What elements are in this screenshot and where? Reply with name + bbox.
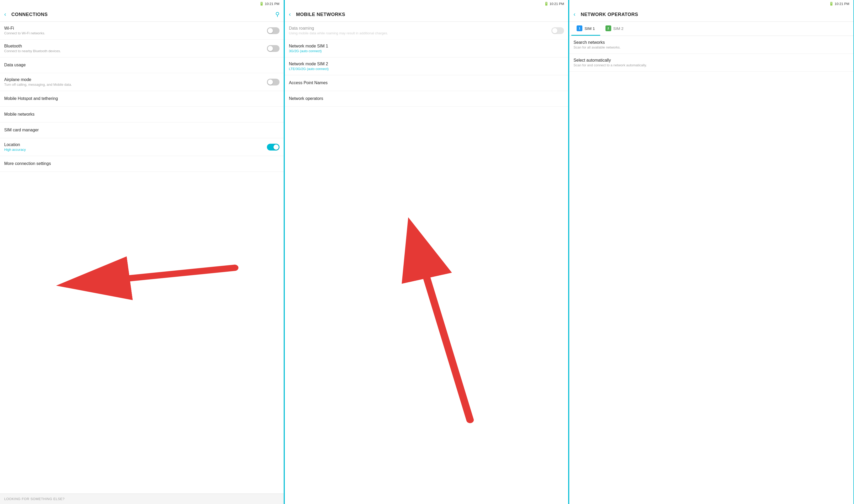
time-3: 10:21 PM [835, 2, 849, 6]
network-operators-title: Network operators [289, 96, 564, 101]
data-roaming-thumb [552, 28, 557, 33]
panel-mobile-networks: 🔋 10:21 PM ‹ MOBILE NETWORKS Data roamin… [285, 0, 570, 504]
network-mode-sim1-item[interactable]: Network mode SIM 1 3G/2G (auto connect) [285, 40, 569, 57]
network-operators-list: Search networks Scan for all available n… [569, 36, 853, 504]
location-toggle-thumb [274, 144, 279, 150]
airplane-toggle-thumb [268, 79, 273, 85]
back-button-3[interactable]: ‹ [571, 10, 577, 19]
sim-manager-content: SIM card manager [4, 128, 279, 133]
location-title: Location [4, 142, 267, 147]
data-usage-content: Data usage [4, 63, 279, 68]
network-operators-item[interactable]: Network operators [285, 91, 569, 107]
network-mode-sim1-content: Network mode SIM 1 3G/2G (auto connect) [289, 44, 564, 53]
bluetooth-toggle[interactable] [267, 45, 279, 52]
network-mode-sim2-subtitle: LTE/3G/2G (auto connect) [289, 67, 564, 71]
status-bar-3: 🔋 10:21 PM [569, 0, 853, 7]
search-networks-subtitle: Scan for all available networks. [573, 46, 849, 49]
mobile-networks-list: Data roaming Using mobile data while roa… [285, 22, 569, 504]
location-toggle[interactable] [267, 144, 279, 150]
mobile-networks-title: Mobile networks [4, 112, 279, 117]
search-networks-content: Search networks Scan for all available n… [573, 40, 849, 49]
network-mode-sim1-title: Network mode SIM 1 [289, 44, 564, 49]
access-point-names-item[interactable]: Access Point Names [285, 75, 569, 91]
battery-icon-1: 🔋 [259, 2, 264, 6]
back-button-2[interactable]: ‹ [287, 10, 293, 19]
tab-sim2-label: SIM 2 [613, 26, 624, 31]
network-operators-panel: 🔋 10:21 PM ‹ NETWORK OPERATORS 1 SIM 1 2… [569, 0, 853, 504]
search-networks-title: Search networks [573, 40, 849, 45]
airplane-mode-content: Airplane mode Turn off calling, messagin… [4, 77, 267, 87]
more-connection-item[interactable]: More connection settings [0, 156, 284, 172]
status-bar-2: 🔋 10:21 PM [285, 0, 569, 7]
network-mode-sim2-content: Network mode SIM 2 LTE/3G/2G (auto conne… [289, 61, 564, 71]
data-usage-item[interactable]: Data usage [0, 57, 284, 73]
connections-panel: 🔋 10:21 PM ‹ CONNECTIONS ⚲ Wi-Fi Connect… [0, 0, 284, 504]
bluetooth-content: Bluetooth Connect to nearby Bluetooth de… [4, 44, 267, 53]
more-connection-title: More connection settings [4, 161, 279, 166]
network-operators-content: Network operators [289, 96, 564, 102]
data-roaming-title: Data roaming [289, 26, 552, 31]
data-usage-title: Data usage [4, 63, 279, 67]
location-content: Location High accuracy [4, 142, 267, 151]
mobile-networks-header: ‹ MOBILE NETWORKS [285, 7, 569, 22]
sim-tabs: 1 SIM 1 2 SIM 2 [569, 22, 853, 36]
connections-header: ‹ CONNECTIONS ⚲ [0, 7, 284, 22]
bluetooth-title: Bluetooth [4, 44, 267, 49]
wifi-item[interactable]: Wi-Fi Connect to Wi-Fi networks. [0, 22, 284, 40]
select-automatically-content: Select automatically Scan for and connec… [573, 58, 849, 67]
select-automatically-title: Select automatically [573, 58, 849, 63]
search-icon-1[interactable]: ⚲ [275, 11, 279, 18]
data-roaming-subtitle: Using mobile data while roaming may resu… [289, 31, 552, 35]
airplane-mode-title: Airplane mode [4, 77, 267, 82]
mobile-networks-panel-title: MOBILE NETWORKS [296, 12, 564, 17]
network-mode-sim1-subtitle: 3G/2G (auto connect) [289, 49, 564, 53]
select-automatically-subtitle: Scan for and connect to a network automa… [573, 63, 849, 67]
tab-sim1[interactable]: 1 SIM 1 [571, 22, 600, 36]
network-operators-title: NETWORK OPERATORS [581, 12, 849, 17]
bluetooth-toggle-thumb [268, 46, 273, 51]
airplane-mode-subtitle: Turn off calling, messaging, and Mobile … [4, 83, 267, 87]
connections-list: Wi-Fi Connect to Wi-Fi networks. Bluetoo… [0, 22, 284, 493]
hotspot-item[interactable]: Mobile Hotspot and tethering [0, 91, 284, 107]
mobile-networks-item[interactable]: Mobile networks [0, 107, 284, 123]
battery-icon-2: 🔋 [544, 2, 548, 6]
access-point-names-content: Access Point Names [289, 80, 564, 86]
battery-icon-3: 🔋 [829, 2, 834, 6]
hotspot-content: Mobile Hotspot and tethering [4, 96, 279, 102]
back-button-1[interactable]: ‹ [2, 10, 8, 19]
wifi-subtitle: Connect to Wi-Fi networks. [4, 31, 267, 35]
tab-sim2[interactable]: 2 SIM 2 [600, 22, 629, 36]
location-subtitle: High accuracy [4, 148, 267, 151]
network-mode-sim2-title: Network mode SIM 2 [289, 61, 564, 66]
network-operators-header: ‹ NETWORK OPERATORS [569, 7, 853, 22]
status-bar-1: 🔋 10:21 PM [0, 0, 284, 7]
access-point-names-title: Access Point Names [289, 80, 564, 85]
tab-sim1-label: SIM 1 [585, 26, 595, 31]
sim-manager-title: SIM card manager [4, 128, 279, 132]
sim1-badge: 1 [577, 25, 582, 31]
panel-connections: 🔋 10:21 PM ‹ CONNECTIONS ⚲ Wi-Fi Connect… [0, 0, 285, 504]
more-connection-content: More connection settings [4, 161, 279, 166]
sim-manager-item[interactable]: SIM card manager [0, 123, 284, 138]
airplane-mode-item[interactable]: Airplane mode Turn off calling, messagin… [0, 73, 284, 91]
data-roaming-toggle[interactable] [552, 27, 564, 34]
panel-network-operators: 🔋 10:21 PM ‹ NETWORK OPERATORS 1 SIM 1 2… [569, 0, 854, 504]
mobile-networks-panel: 🔋 10:21 PM ‹ MOBILE NETWORKS Data roamin… [285, 0, 569, 504]
hotspot-title: Mobile Hotspot and tethering [4, 96, 279, 101]
wifi-content: Wi-Fi Connect to Wi-Fi networks. [4, 26, 267, 35]
bluetooth-subtitle: Connect to nearby Bluetooth devices. [4, 49, 267, 53]
location-item[interactable]: Location High accuracy [0, 138, 284, 156]
airplane-toggle[interactable] [267, 79, 279, 86]
time-1: 10:21 PM [265, 2, 279, 6]
bluetooth-item[interactable]: Bluetooth Connect to nearby Bluetooth de… [0, 40, 284, 57]
mobile-networks-content: Mobile networks [4, 112, 279, 117]
sim2-badge: 2 [606, 25, 611, 31]
network-mode-sim2-item[interactable]: Network mode SIM 2 LTE/3G/2G (auto conne… [285, 57, 569, 75]
time-2: 10:21 PM [550, 2, 564, 6]
select-automatically-item[interactable]: Select automatically Scan for and connec… [569, 54, 853, 72]
data-roaming-content: Data roaming Using mobile data while roa… [289, 26, 552, 35]
wifi-toggle[interactable] [267, 27, 279, 34]
wifi-toggle-thumb [268, 28, 273, 33]
data-roaming-item[interactable]: Data roaming Using mobile data while roa… [285, 22, 569, 40]
search-networks-item[interactable]: Search networks Scan for all available n… [569, 36, 853, 54]
